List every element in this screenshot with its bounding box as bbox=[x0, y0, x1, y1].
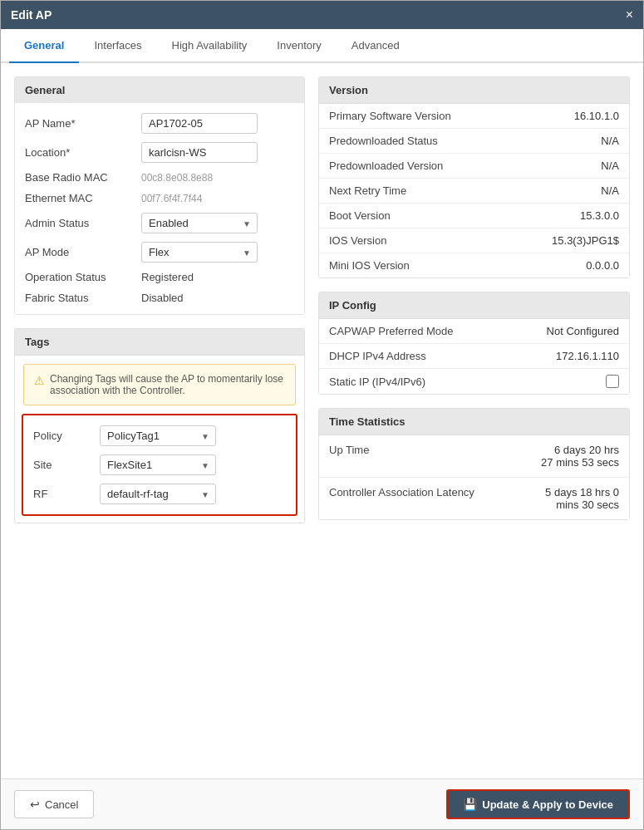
ios-version-label: IOS Version bbox=[329, 234, 386, 247]
admin-status-wrapper: Enabled Disabled ▼ bbox=[141, 213, 258, 233]
cancel-button[interactable]: ↩ Cancel bbox=[14, 790, 94, 818]
site-row: Site FlexSite1 default-site-tag ▼ bbox=[33, 454, 286, 475]
predownloaded-version-label: Predownloaded Version bbox=[329, 160, 443, 172]
ap-mode-wrapper: Flex Local Monitor Sniffer ▼ bbox=[141, 242, 258, 263]
tab-general[interactable]: General bbox=[9, 29, 79, 63]
warning-icon: ⚠ bbox=[34, 374, 45, 387]
time-statistics-section-content: Up Time 6 days 20 hrs 27 mins 53 secs Co… bbox=[319, 435, 629, 519]
tags-fields-container: Policy PolicyTag1 default-policy-tag ▼ S… bbox=[22, 414, 297, 516]
policy-select[interactable]: PolicyTag1 default-policy-tag bbox=[100, 425, 216, 446]
ap-name-label: AP Name* bbox=[25, 117, 141, 130]
fabric-status-value: Disabled bbox=[141, 292, 184, 304]
right-panel: Version Primary Software Version 16.10.1… bbox=[318, 76, 630, 765]
boot-version-label: Boot Version bbox=[329, 209, 391, 222]
static-ip-row: Static IP (IPv4/IPv6) bbox=[319, 369, 629, 394]
time-statistics-section: Time Statistics Up Time 6 days 20 hrs 27… bbox=[318, 408, 630, 520]
tab-high-availability[interactable]: High Availability bbox=[157, 29, 263, 63]
up-time-value: 6 days 20 hrs 27 mins 53 secs bbox=[541, 444, 619, 469]
capwap-preferred-mode-row: CAPWAP Preferred Mode Not Configured bbox=[319, 319, 629, 344]
static-ip-checkbox[interactable] bbox=[606, 375, 619, 388]
ap-mode-row: AP Mode Flex Local Monitor Sniffer ▼ bbox=[25, 242, 294, 263]
ethernet-mac-value: 00f7.6f4f.7f44 bbox=[141, 193, 202, 204]
tab-interfaces[interactable]: Interfaces bbox=[79, 29, 156, 63]
predownloaded-version-value: N/A bbox=[601, 160, 619, 172]
tags-warning-box: ⚠ Changing Tags will cause the AP to mom… bbox=[23, 364, 296, 405]
version-section-header: Version bbox=[319, 77, 629, 104]
dhcp-ipv4-address-value: 172.16.1.110 bbox=[556, 350, 619, 362]
tags-warning-text: Changing Tags will cause the AP to momen… bbox=[50, 373, 285, 396]
dialog-footer: ↩ Cancel 💾 Update & Apply to Device bbox=[1, 778, 643, 829]
mini-ios-version-value: 0.0.0.0 bbox=[586, 259, 619, 272]
tab-bar: General Interfaces High Availability Inv… bbox=[1, 29, 643, 63]
ap-name-row: AP Name* bbox=[25, 113, 294, 134]
close-button[interactable]: × bbox=[626, 7, 633, 22]
time-statistics-section-header: Time Statistics bbox=[319, 409, 629, 435]
ethernet-mac-row: Ethernet MAC 00f7.6f4f.7f44 bbox=[25, 192, 294, 204]
ip-config-section-header: IP Config bbox=[319, 292, 629, 319]
general-section-header: General bbox=[15, 77, 304, 103]
location-label: Location* bbox=[25, 146, 141, 159]
fabric-status-label: Fabric Status bbox=[25, 292, 141, 304]
operation-status-row: Operation Status Registered bbox=[25, 271, 294, 283]
policy-row: Policy PolicyTag1 default-policy-tag ▼ bbox=[33, 425, 286, 446]
policy-label: Policy bbox=[33, 430, 100, 442]
mini-ios-version-row: Mini IOS Version 0.0.0.0 bbox=[319, 253, 629, 277]
rf-select[interactable]: default-rf-tag bbox=[100, 484, 216, 504]
rf-label: RF bbox=[33, 488, 100, 500]
tab-inventory[interactable]: Inventory bbox=[262, 29, 336, 63]
controller-association-latency-value: 5 days 18 hrs 0 mins 30 secs bbox=[545, 486, 619, 511]
ios-version-row: IOS Version 15.3(3)JPG1$ bbox=[319, 228, 629, 253]
controller-association-latency-label: Controller Association Latency bbox=[329, 486, 474, 498]
policy-wrapper: PolicyTag1 default-policy-tag ▼ bbox=[100, 425, 216, 446]
site-wrapper: FlexSite1 default-site-tag ▼ bbox=[100, 454, 216, 475]
ap-mode-label: AP Mode bbox=[25, 246, 141, 258]
tags-section-header: Tags bbox=[15, 329, 304, 356]
dialog-body: General AP Name* Location* Base Radio bbox=[1, 63, 643, 778]
static-ip-label: Static IP (IPv4/IPv6) bbox=[329, 376, 425, 388]
dialog-header: Edit AP × bbox=[1, 1, 643, 29]
capwap-preferred-mode-label: CAPWAP Preferred Mode bbox=[329, 325, 454, 337]
version-section: Version Primary Software Version 16.10.1… bbox=[318, 76, 630, 278]
tab-advanced[interactable]: Advanced bbox=[337, 29, 415, 63]
up-time-row: Up Time 6 days 20 hrs 27 mins 53 secs bbox=[319, 435, 629, 478]
apply-button[interactable]: 💾 Update & Apply to Device bbox=[446, 789, 630, 819]
tags-section: Tags ⚠ Changing Tags will cause the AP t… bbox=[14, 328, 305, 523]
next-retry-time-label: Next Retry Time bbox=[329, 184, 406, 197]
general-section: General AP Name* Location* Base Radio bbox=[14, 76, 305, 315]
primary-software-version-row: Primary Software Version 16.10.1.0 bbox=[319, 104, 629, 129]
edit-ap-dialog: Edit AP × General Interfaces High Availa… bbox=[0, 0, 644, 830]
base-radio-mac-value: 00c8.8e08.8e88 bbox=[141, 172, 213, 184]
site-label: Site bbox=[33, 459, 100, 471]
operation-status-value: Registered bbox=[141, 271, 194, 283]
mini-ios-version-label: Mini IOS Version bbox=[329, 259, 410, 272]
rf-row: RF default-rf-tag ▼ bbox=[33, 484, 286, 504]
dhcp-ipv4-address-label: DHCP IPv4 Address bbox=[329, 350, 426, 362]
predownloaded-status-value: N/A bbox=[601, 135, 619, 147]
version-section-content: Primary Software Version 16.10.1.0 Predo… bbox=[319, 104, 629, 277]
fabric-status-row: Fabric Status Disabled bbox=[25, 292, 294, 304]
capwap-preferred-mode-value: Not Configured bbox=[547, 325, 619, 337]
controller-association-latency-row: Controller Association Latency 5 days 18… bbox=[319, 478, 629, 519]
rf-wrapper: default-rf-tag ▼ bbox=[100, 484, 216, 504]
general-section-content: AP Name* Location* Base Radio MAC 00c8.8… bbox=[15, 103, 304, 314]
ios-version-value: 15.3(3)JPG1$ bbox=[552, 234, 619, 247]
apply-icon: 💾 bbox=[463, 798, 477, 811]
cancel-label: Cancel bbox=[45, 798, 78, 811]
predownloaded-status-row: Predownloaded Status N/A bbox=[319, 129, 629, 154]
base-radio-mac-label: Base Radio MAC bbox=[25, 171, 141, 184]
ethernet-mac-label: Ethernet MAC bbox=[25, 192, 141, 204]
admin-status-select[interactable]: Enabled Disabled bbox=[141, 213, 258, 233]
ap-name-input[interactable] bbox=[141, 113, 258, 134]
ip-config-section-content: CAPWAP Preferred Mode Not Configured DHC… bbox=[319, 319, 629, 394]
next-retry-time-value: N/A bbox=[601, 184, 619, 197]
boot-version-value: 15.3.0.0 bbox=[580, 209, 619, 222]
predownloaded-status-label: Predownloaded Status bbox=[329, 135, 438, 147]
dialog-title: Edit AP bbox=[11, 8, 52, 22]
ap-mode-select[interactable]: Flex Local Monitor Sniffer bbox=[141, 242, 258, 263]
admin-status-label: Admin Status bbox=[25, 217, 141, 229]
location-input[interactable] bbox=[141, 142, 258, 163]
ip-config-section: IP Config CAPWAP Preferred Mode Not Conf… bbox=[318, 292, 630, 395]
site-select[interactable]: FlexSite1 default-site-tag bbox=[100, 454, 216, 475]
next-retry-time-row: Next Retry Time N/A bbox=[319, 179, 629, 204]
apply-label: Update & Apply to Device bbox=[482, 798, 613, 811]
